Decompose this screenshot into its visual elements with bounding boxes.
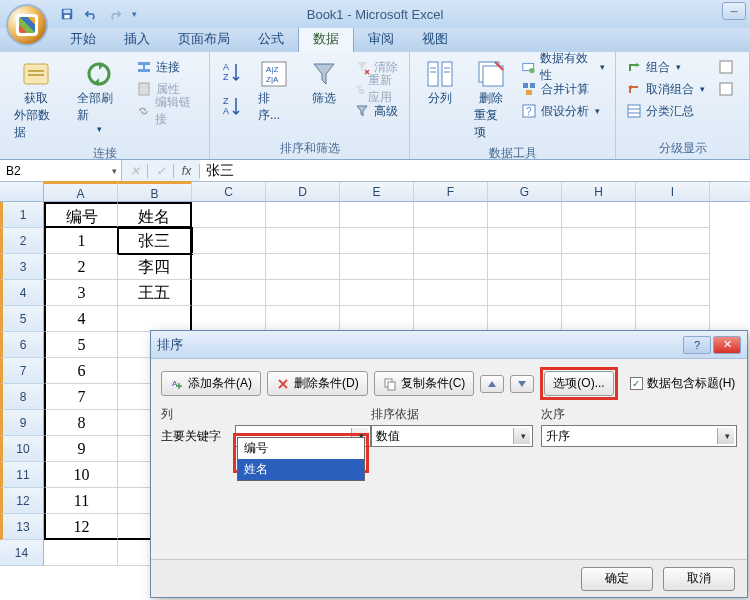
cell[interactable]: 姓名 [118, 202, 192, 228]
row-header[interactable]: 7 [0, 358, 44, 384]
cell[interactable] [562, 254, 636, 280]
undo-button[interactable] [80, 4, 102, 24]
col-header-d[interactable]: D [266, 182, 340, 201]
col-header-a[interactable]: A [44, 181, 118, 201]
cell[interactable] [266, 202, 340, 228]
cell[interactable] [488, 280, 562, 306]
cell[interactable] [636, 280, 710, 306]
sort-button[interactable]: A|ZZ|A 排序... [252, 56, 296, 126]
cell[interactable] [118, 306, 192, 332]
minimize-button[interactable]: ─ [722, 2, 746, 20]
add-level-button[interactable]: A添加条件(A) [161, 371, 261, 396]
sort-asc-button[interactable]: AZ [218, 56, 246, 88]
ok-button[interactable]: 确定 [581, 567, 653, 591]
cell[interactable]: 2 [44, 254, 118, 280]
row-header[interactable]: 10 [0, 436, 44, 462]
col-header-i[interactable]: I [636, 182, 710, 201]
cell[interactable]: 编号 [44, 202, 118, 228]
row-header[interactable]: 14 [0, 540, 44, 566]
dropdown-item[interactable]: 姓名 [238, 459, 364, 480]
options-button[interactable]: 选项(O)... [544, 371, 613, 396]
cell[interactable] [414, 228, 488, 254]
has-header-checkbox[interactable]: ✓数据包含标题(H) [630, 375, 736, 392]
cell[interactable] [562, 306, 636, 332]
sort-desc-button[interactable]: ZA [218, 90, 246, 122]
cell[interactable] [488, 254, 562, 280]
cell[interactable] [192, 306, 266, 332]
cell[interactable] [192, 254, 266, 280]
cell[interactable] [414, 254, 488, 280]
col-header-c[interactable]: C [192, 182, 266, 201]
row-header[interactable]: 1 [0, 202, 44, 228]
sort-on-combo[interactable]: 数值 [371, 425, 533, 447]
col-header-g[interactable]: G [488, 182, 562, 201]
cell[interactable] [414, 202, 488, 228]
cell[interactable] [414, 280, 488, 306]
row-header[interactable]: 12 [0, 488, 44, 514]
cell[interactable]: 张三 [118, 228, 192, 254]
group-button[interactable]: 组合▾ [624, 56, 707, 78]
cell[interactable] [340, 202, 414, 228]
tab-insert[interactable]: 插入 [110, 26, 164, 52]
row-header[interactable]: 2 [0, 228, 44, 254]
text-to-columns-button[interactable]: 分列 [418, 56, 462, 109]
cell[interactable]: 11 [44, 488, 118, 514]
cancel-formula-icon[interactable]: ✕ [122, 164, 148, 178]
cell[interactable]: 5 [44, 332, 118, 358]
cell[interactable] [340, 254, 414, 280]
row-header[interactable]: 3 [0, 254, 44, 280]
cell[interactable] [636, 202, 710, 228]
qat-customize[interactable]: ▾ [128, 4, 140, 24]
col-header-e[interactable]: E [340, 182, 414, 201]
cell[interactable] [488, 202, 562, 228]
cell[interactable]: 12 [44, 514, 118, 540]
cell[interactable]: 3 [44, 280, 118, 306]
cell[interactable] [340, 306, 414, 332]
col-header-h[interactable]: H [562, 182, 636, 201]
cell[interactable] [266, 306, 340, 332]
cell[interactable]: 4 [44, 306, 118, 332]
cell[interactable] [562, 202, 636, 228]
data-validation-button[interactable]: 数据有效性▾ [519, 56, 607, 78]
save-button[interactable] [56, 4, 78, 24]
consolidate-button[interactable]: 合并计算 [519, 78, 607, 100]
cell[interactable] [192, 280, 266, 306]
remove-duplicates-button[interactable]: 删除 重复项 [468, 56, 513, 143]
filter-button[interactable]: 筛选 [302, 56, 346, 109]
cell[interactable]: 9 [44, 436, 118, 462]
select-all-button[interactable] [0, 182, 44, 201]
cell[interactable]: 王五 [118, 280, 192, 306]
delete-level-button[interactable]: 删除条件(D) [267, 371, 368, 396]
formula-input[interactable]: 张三 [200, 160, 750, 181]
cell[interactable] [266, 280, 340, 306]
advanced-filter-button[interactable]: 高级 [352, 100, 401, 122]
col-header-b[interactable]: B [118, 181, 192, 201]
cell[interactable] [192, 228, 266, 254]
row-header[interactable]: 13 [0, 514, 44, 540]
tab-home[interactable]: 开始 [56, 26, 110, 52]
office-button[interactable] [6, 4, 48, 46]
cell[interactable]: 6 [44, 358, 118, 384]
copy-level-button[interactable]: 复制条件(C) [374, 371, 475, 396]
row-header[interactable]: 8 [0, 384, 44, 410]
cell[interactable] [562, 228, 636, 254]
tab-review[interactable]: 审阅 [354, 26, 408, 52]
name-box[interactable]: B2 [0, 160, 122, 181]
dropdown-item[interactable]: 编号 [238, 438, 364, 459]
what-if-button[interactable]: ?假设分析▾ [519, 100, 607, 122]
get-external-data-button[interactable]: 获取 外部数据 [8, 56, 65, 143]
dialog-help-button[interactable]: ? [683, 336, 711, 354]
refresh-all-button[interactable]: 全部刷新 ▾ [71, 56, 128, 136]
cell[interactable]: 8 [44, 410, 118, 436]
edit-links-button[interactable]: 编辑链接 [134, 100, 201, 122]
cancel-button[interactable]: 取消 [663, 567, 735, 591]
row-header[interactable]: 4 [0, 280, 44, 306]
cell[interactable] [192, 202, 266, 228]
cell[interactable] [488, 228, 562, 254]
subtotal-button[interactable]: 分类汇总 [624, 100, 707, 122]
connections-button[interactable]: 连接 [134, 56, 201, 78]
cell[interactable] [340, 280, 414, 306]
hide-detail-button[interactable] [717, 78, 735, 100]
cell[interactable]: 10 [44, 462, 118, 488]
sort-order-combo[interactable]: 升序 [541, 425, 737, 447]
